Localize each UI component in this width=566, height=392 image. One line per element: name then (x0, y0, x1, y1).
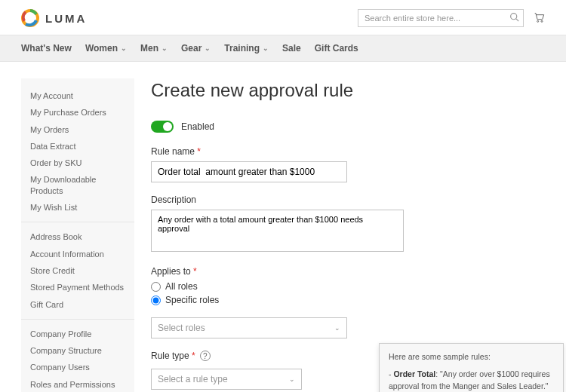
chevron-down-icon: ⌄ (205, 44, 211, 52)
search-wrap (358, 9, 524, 27)
rule-type-dropdown[interactable]: Select a rule type ⌄ (151, 369, 302, 390)
description-input[interactable] (151, 210, 404, 252)
sidebar-item-my-wish-list[interactable]: My Wish List (21, 199, 134, 216)
rule-type-placeholder: Select a rule type (158, 374, 228, 384)
nav-item-gear[interactable]: Gear⌄ (181, 35, 211, 61)
sidebar-item-my-downloadable-products[interactable]: My Downloadable Products (21, 171, 134, 199)
chevron-down-icon: ⌄ (161, 44, 168, 52)
select-roles-placeholder: Select roles (158, 323, 205, 333)
sidebar-item-roles-and-permissions[interactable]: Roles and Permissions (21, 376, 134, 392)
sidebar-item-order-by-sku[interactable]: Order by SKU (21, 155, 134, 171)
sidebar-item-my-account[interactable]: My Account (21, 87, 134, 104)
nav-item-women[interactable]: Women⌄ (85, 35, 127, 61)
sidebar-item-company-structure[interactable]: Company Structure (21, 342, 134, 359)
nav-item-men[interactable]: Men⌄ (140, 35, 168, 61)
logo-text: LUMA (45, 12, 87, 25)
select-roles-dropdown[interactable]: Select roles ⌄ (151, 317, 347, 338)
nav-item-sale[interactable]: Sale (282, 35, 301, 61)
cart-icon[interactable] (533, 11, 545, 26)
tooltip-intro: Here are some sample rules: (389, 351, 554, 363)
rule-name-input[interactable] (151, 161, 347, 182)
applies-specific-radio[interactable] (151, 296, 161, 305)
sidebar-item-my-orders[interactable]: My Orders (21, 121, 134, 138)
svg-point-4 (541, 20, 543, 22)
sidebar-item-stored-payment-methods[interactable]: Stored Payment Methods (21, 279, 134, 296)
sidebar-item-account-information[interactable]: Account Information (21, 246, 134, 262)
page-title: Create new approval rule (151, 80, 545, 101)
sidebar-item-data-extract[interactable]: Data Extract (21, 138, 134, 155)
rule-type-label: Rule type (151, 351, 195, 361)
nav-item-what-s-new[interactable]: What's New (21, 35, 72, 61)
main-content: Create new approval rule Enabled Rule na… (151, 78, 545, 392)
help-icon[interactable]: ? (200, 351, 211, 361)
applies-to-label: Applies to (151, 266, 545, 277)
sidebar-item-gift-card[interactable]: Gift Card (21, 296, 134, 313)
sidebar-item-company-users[interactable]: Company Users (21, 359, 134, 375)
chevron-down-icon: ⌄ (263, 44, 269, 52)
sidebar-item-my-purchase-orders[interactable]: My Purchase Orders (21, 104, 134, 121)
tooltip-r1-label: Order Total (393, 369, 435, 378)
header: LUMA (0, 0, 566, 35)
chevron-down-icon: ⌄ (121, 44, 127, 52)
enabled-label: Enabled (181, 121, 214, 132)
applies-specific-label: Specific roles (165, 295, 219, 305)
logo[interactable]: LUMA (21, 9, 87, 27)
applies-all-radio[interactable] (151, 282, 161, 292)
search-input[interactable] (358, 9, 524, 27)
main-nav: What's NewWomen⌄Men⌄Gear⌄Training⌄SaleGi… (0, 35, 566, 62)
applies-all-label: All roles (165, 281, 198, 292)
description-label: Description (151, 194, 545, 205)
enabled-toggle[interactable] (151, 121, 174, 133)
sidebar-item-company-profile[interactable]: Company Profile (21, 326, 134, 342)
sidebar-item-store-credit[interactable]: Store Credit (21, 262, 134, 279)
nav-item-training[interactable]: Training⌄ (224, 35, 269, 61)
rule-type-tooltip: Here are some sample rules: - Order Tota… (379, 343, 564, 392)
account-sidebar: My AccountMy Purchase OrdersMy OrdersDat… (21, 78, 134, 392)
chevron-down-icon: ⌄ (334, 324, 340, 332)
nav-item-gift-cards[interactable]: Gift Cards (315, 35, 358, 61)
rule-name-label: Rule name (151, 146, 545, 157)
logo-icon (21, 9, 39, 27)
svg-point-3 (537, 20, 539, 22)
sidebar-item-address-book[interactable]: Address Book (21, 228, 134, 245)
chevron-down-icon: ⌄ (289, 375, 295, 383)
